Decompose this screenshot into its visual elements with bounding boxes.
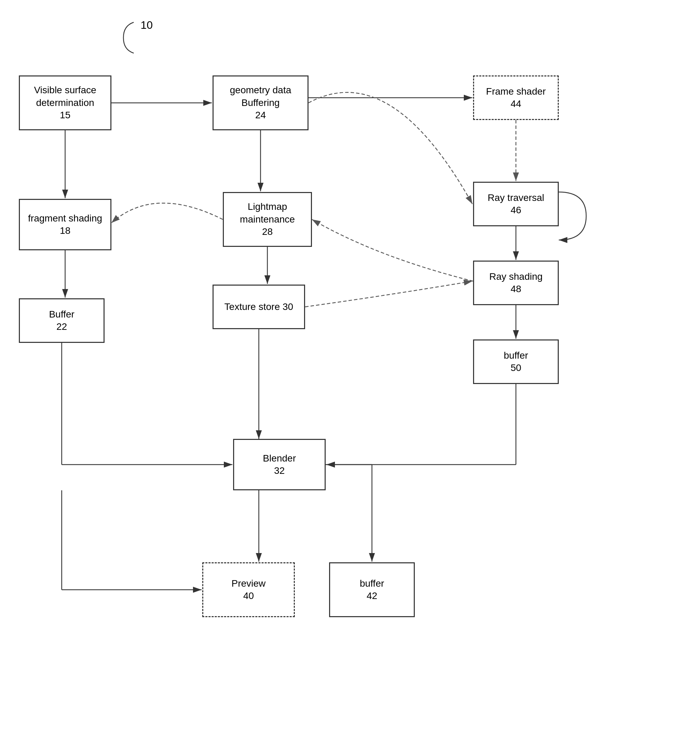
box-geometry-data: geometry data Buffering 24 <box>213 75 308 130</box>
diagram-container: 10 Visible surface determination 15 geom… <box>0 0 700 731</box>
box-preview: Preview 40 <box>202 562 295 617</box>
box-buffer-42: buffer 42 <box>329 562 415 617</box>
box-frame-shader: Frame shader 44 <box>473 75 559 120</box>
box-fragment-shading: fragment shading 18 <box>19 199 112 250</box>
box-ray-traversal: Ray traversal 46 <box>473 182 559 226</box>
box-buffer-22: Buffer 22 <box>19 298 104 343</box>
box-texture-store: Texture store 30 <box>213 285 305 329</box>
box-ray-shading: Ray shading 48 <box>473 261 559 305</box>
box-lightmap: Lightmap maintenance 28 <box>223 192 312 247</box>
box-visible-surface: Visible surface determination 15 <box>19 75 112 130</box>
box-blender: Blender 32 <box>233 439 326 490</box>
diagram-label-10: 10 <box>141 19 153 32</box>
box-buffer-50: buffer 50 <box>473 339 559 384</box>
